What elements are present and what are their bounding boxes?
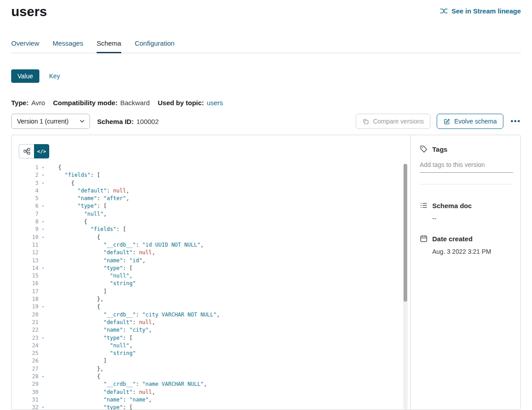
compare-versions-label: Compare versions — [373, 118, 424, 125]
code-text: "type": [ — [58, 404, 132, 410]
line-number: 29 — [19, 380, 38, 388]
line-number: 30 — [19, 389, 38, 396]
key-toggle-button[interactable]: Key — [49, 73, 60, 80]
line-number: 12 — [19, 249, 38, 256]
editor-view-toggle: </> — [19, 144, 402, 158]
fold-toggle-icon[interactable]: ▾ — [38, 334, 47, 342]
fold-spacer — [38, 326, 47, 334]
chevron-down-icon — [80, 120, 85, 123]
schema-controls-row: Version 1 (current) Schema ID: 100002 Co… — [11, 114, 521, 129]
fold-spacer — [38, 288, 47, 295]
code-line: 6▾ "type": [ — [19, 202, 402, 210]
code-text: { — [58, 164, 61, 171]
line-number: 9 — [19, 226, 38, 233]
fold-toggle-icon[interactable]: ▾ — [38, 404, 47, 410]
schema-meta-row: Type: Avro Compatibility mode: Backward … — [11, 99, 521, 107]
code-line: 32▾ "type": [ — [19, 404, 402, 410]
fold-toggle-icon[interactable]: ▾ — [38, 179, 47, 187]
fold-toggle-icon[interactable]: ▾ — [38, 202, 47, 210]
line-number: 19 — [19, 303, 38, 311]
line-number: 24 — [19, 342, 38, 350]
code-line: 2▾ "fields": [ — [19, 171, 402, 179]
code-view-icon: </> — [37, 149, 46, 154]
compare-icon — [362, 118, 369, 125]
date-created-heading: Date created — [432, 235, 472, 243]
code-line: 31 "name": "name", — [19, 396, 402, 404]
code-text: "string" — [58, 280, 136, 287]
stream-lineage-link[interactable]: See in Stream lineage — [440, 7, 521, 15]
line-number: 13 — [19, 257, 38, 265]
code-line: 28▾ { — [19, 373, 402, 380]
line-number: 27 — [19, 365, 38, 373]
line-number: 17 — [19, 288, 38, 295]
code-line: 14▾ "type": [ — [19, 265, 402, 272]
code-text: { — [58, 373, 100, 380]
tree-view-button[interactable] — [19, 144, 34, 158]
tags-input[interactable] — [420, 160, 513, 173]
code-lines: 1▾{2▾ "fields": [3▾ {4 "default": null,5… — [19, 164, 402, 410]
date-created-value: Aug. 3 2022 3:21 PM — [420, 248, 513, 255]
compatibility-label: Compatibility mode: — [53, 99, 117, 107]
code-line: 20 "__crdb__": "city VARCHAR NOT NULL", — [19, 311, 402, 319]
fold-toggle-icon[interactable]: ▾ — [38, 234, 47, 241]
fold-spacer — [38, 389, 47, 396]
tab-messages[interactable]: Messages — [53, 39, 83, 53]
fold-toggle-icon[interactable]: ▾ — [38, 218, 47, 226]
code-line: 4 "default": null, — [19, 187, 402, 195]
code-line: 7 "null", — [19, 210, 402, 218]
code-line: 9▾ "fields": [ — [19, 226, 402, 233]
schema-id: Schema ID: 100002 — [97, 118, 159, 125]
code-text: { — [58, 218, 87, 226]
tab-schema[interactable]: Schema — [97, 39, 121, 53]
code-line: 19▾ { — [19, 303, 402, 311]
code-text: { — [58, 234, 100, 241]
fold-toggle-icon[interactable]: ▾ — [38, 226, 47, 233]
more-options-button[interactable]: ••• — [511, 117, 521, 125]
code-line: 16 "string" — [19, 280, 402, 287]
line-number: 10 — [19, 234, 38, 241]
tab-configuration[interactable]: Configuration — [135, 39, 174, 53]
fold-toggle-icon[interactable]: ▾ — [38, 265, 47, 272]
code-text: ] — [58, 288, 106, 295]
code-line: 3▾ { — [19, 179, 402, 187]
page-title: users — [11, 4, 47, 20]
code-text: "type": [ — [58, 334, 132, 342]
code-text: }, — [58, 365, 103, 373]
type-label: Type: — [11, 99, 29, 107]
line-number: 11 — [19, 241, 38, 249]
fold-spacer — [38, 210, 47, 218]
fold-toggle-icon[interactable]: ▾ — [38, 303, 47, 311]
code-text: "fields": [ — [58, 171, 100, 179]
used-by-topic-link[interactable]: users — [207, 99, 223, 107]
code-line: 8▾ { — [19, 218, 402, 226]
code-text: "__crdb__": "name VARCHAR NULL", — [58, 380, 207, 388]
line-number: 20 — [19, 311, 38, 319]
code-text: "default": null, — [58, 389, 155, 396]
version-dropdown[interactable]: Version 1 (current) — [11, 114, 90, 129]
line-number: 25 — [19, 350, 38, 357]
code-view-button[interactable]: </> — [34, 144, 49, 158]
fold-spacer — [38, 396, 47, 404]
code-line: 22 "name": "city", — [19, 326, 402, 334]
evolve-schema-button[interactable]: Evolve schema — [437, 114, 503, 129]
code-text: }, — [58, 295, 103, 303]
fold-toggle-icon[interactable]: ▾ — [38, 164, 47, 171]
fold-spacer — [38, 241, 47, 249]
line-number: 22 — [19, 326, 38, 334]
fold-toggle-icon[interactable]: ▾ — [38, 171, 47, 179]
code-text: "type": [ — [58, 265, 132, 272]
stream-lineage-label: See in Stream lineage — [451, 7, 521, 15]
date-created-icon — [420, 235, 428, 243]
tab-overview[interactable]: Overview — [11, 39, 39, 53]
line-number: 16 — [19, 280, 38, 287]
value-toggle-button[interactable]: Value — [11, 69, 39, 83]
fold-toggle-icon[interactable]: ▾ — [38, 373, 47, 380]
tag-icon — [420, 145, 428, 153]
code-text: "null", — [58, 210, 106, 218]
code-line: 13 "name": "id", — [19, 257, 402, 265]
editor-scrollbar-thumb[interactable] — [404, 164, 407, 302]
schema-doc-heading-row: Schema doc — [420, 201, 513, 209]
editor-scrollbar[interactable] — [403, 164, 408, 410]
code-line: 23▾ "type": [ — [19, 334, 402, 342]
compare-versions-button[interactable]: Compare versions — [356, 114, 431, 129]
